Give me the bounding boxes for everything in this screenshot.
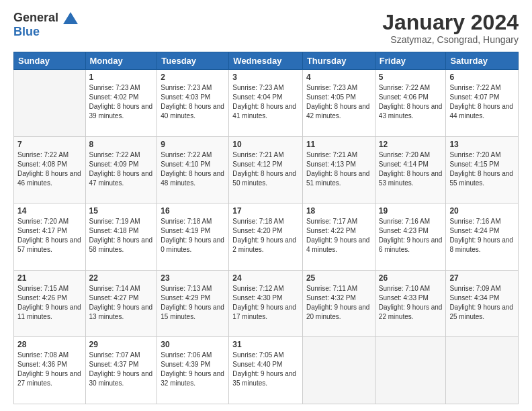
logo-general: General	[13, 11, 58, 24]
day-cell: 23Sunrise: 7:13 AMSunset: 4:29 PMDayligh…	[157, 270, 229, 337]
day-info: Sunrise: 7:18 AMSunset: 4:20 PMDaylight:…	[232, 217, 299, 255]
day-cell: 21Sunrise: 7:15 AMSunset: 4:26 PMDayligh…	[14, 270, 86, 337]
day-info: Sunrise: 7:23 AMSunset: 4:04 PMDaylight:…	[232, 83, 299, 121]
svg-marker-0	[63, 12, 78, 24]
day-number: 29	[89, 340, 154, 349]
day-number: 18	[306, 206, 371, 216]
day-info: Sunrise: 7:23 AMSunset: 4:02 PMDaylight:…	[89, 83, 154, 121]
day-cell	[302, 337, 375, 404]
day-number: 30	[161, 340, 225, 349]
day-number: 20	[449, 206, 515, 216]
week-row-5: 28Sunrise: 7:08 AMSunset: 4:36 PMDayligh…	[14, 337, 519, 404]
day-info: Sunrise: 7:08 AMSunset: 4:36 PMDaylight:…	[17, 351, 82, 388]
day-cell: 26Sunrise: 7:10 AMSunset: 4:33 PMDayligh…	[375, 270, 446, 337]
day-number: 1	[89, 73, 154, 82]
day-number: 16	[161, 206, 225, 216]
day-info: Sunrise: 7:10 AMSunset: 4:33 PMDaylight:…	[379, 284, 443, 322]
day-cell: 27Sunrise: 7:09 AMSunset: 4:34 PMDayligh…	[446, 270, 519, 337]
day-number: 25	[306, 273, 371, 283]
day-cell	[14, 70, 86, 137]
day-cell: 7Sunrise: 7:22 AMSunset: 4:08 PMDaylight…	[14, 136, 86, 203]
week-row-4: 21Sunrise: 7:15 AMSunset: 4:26 PMDayligh…	[14, 270, 519, 337]
day-info: Sunrise: 7:16 AMSunset: 4:23 PMDaylight:…	[379, 217, 443, 255]
day-number: 8	[89, 140, 154, 149]
day-number: 4	[306, 73, 371, 82]
day-info: Sunrise: 7:21 AMSunset: 4:13 PMDaylight:…	[306, 150, 371, 188]
day-number: 6	[449, 73, 515, 82]
week-row-3: 14Sunrise: 7:20 AMSunset: 4:17 PMDayligh…	[14, 203, 519, 271]
day-info: Sunrise: 7:22 AMSunset: 4:08 PMDaylight:…	[17, 150, 82, 188]
day-info: Sunrise: 7:05 AMSunset: 4:40 PMDaylight:…	[232, 351, 299, 388]
day-info: Sunrise: 7:20 AMSunset: 4:14 PMDaylight:…	[379, 150, 443, 188]
day-info: Sunrise: 7:16 AMSunset: 4:24 PMDaylight:…	[449, 217, 515, 255]
day-number: 12	[379, 140, 443, 149]
day-cell: 12Sunrise: 7:20 AMSunset: 4:14 PMDayligh…	[375, 136, 446, 203]
day-cell: 8Sunrise: 7:22 AMSunset: 4:09 PMDaylight…	[85, 136, 157, 203]
day-number: 21	[17, 273, 82, 283]
day-cell: 2Sunrise: 7:23 AMSunset: 4:03 PMDaylight…	[157, 70, 229, 137]
day-number: 14	[17, 206, 82, 216]
day-info: Sunrise: 7:21 AMSunset: 4:12 PMDaylight:…	[232, 150, 299, 188]
day-info: Sunrise: 7:17 AMSunset: 4:22 PMDaylight:…	[306, 217, 371, 255]
day-cell: 11Sunrise: 7:21 AMSunset: 4:13 PMDayligh…	[302, 136, 375, 203]
day-number: 27	[449, 273, 515, 283]
day-number: 10	[232, 140, 299, 149]
day-number: 24	[232, 273, 299, 283]
day-number: 19	[379, 206, 443, 216]
day-info: Sunrise: 7:23 AMSunset: 4:03 PMDaylight:…	[161, 83, 225, 121]
weekday-header-saturday: Saturday	[446, 52, 519, 70]
day-cell: 25Sunrise: 7:11 AMSunset: 4:32 PMDayligh…	[302, 270, 375, 337]
day-info: Sunrise: 7:18 AMSunset: 4:19 PMDaylight:…	[161, 217, 225, 255]
day-number: 15	[89, 206, 154, 216]
day-number: 5	[379, 73, 443, 82]
day-info: Sunrise: 7:12 AMSunset: 4:30 PMDaylight:…	[232, 284, 299, 322]
day-info: Sunrise: 7:20 AMSunset: 4:15 PMDaylight:…	[449, 150, 515, 188]
weekday-header-row: SundayMondayTuesdayWednesdayThursdayFrid…	[14, 52, 519, 70]
day-info: Sunrise: 7:22 AMSunset: 4:06 PMDaylight:…	[379, 83, 443, 121]
calendar-table: SundayMondayTuesdayWednesdayThursdayFrid…	[13, 52, 519, 404]
day-info: Sunrise: 7:14 AMSunset: 4:27 PMDaylight:…	[89, 284, 154, 322]
day-info: Sunrise: 7:19 AMSunset: 4:18 PMDaylight:…	[89, 217, 154, 255]
page: General Blue January 2024 Szatymaz, Cson…	[0, 0, 532, 411]
day-cell: 24Sunrise: 7:12 AMSunset: 4:30 PMDayligh…	[229, 270, 303, 337]
title-block: January 2024 Szatymaz, Csongrad, Hungary	[382, 11, 519, 45]
day-cell: 30Sunrise: 7:06 AMSunset: 4:39 PMDayligh…	[157, 337, 229, 404]
logo-icon	[63, 12, 78, 24]
day-cell: 18Sunrise: 7:17 AMSunset: 4:22 PMDayligh…	[302, 203, 375, 271]
header: General Blue January 2024 Szatymaz, Cson…	[13, 11, 519, 45]
day-number: 11	[306, 140, 371, 149]
day-info: Sunrise: 7:09 AMSunset: 4:34 PMDaylight:…	[449, 284, 515, 322]
day-cell: 5Sunrise: 7:22 AMSunset: 4:06 PMDaylight…	[375, 70, 446, 137]
day-cell: 22Sunrise: 7:14 AMSunset: 4:27 PMDayligh…	[85, 270, 157, 337]
day-info: Sunrise: 7:23 AMSunset: 4:05 PMDaylight:…	[306, 83, 371, 121]
day-number: 31	[232, 340, 299, 349]
weekday-header-thursday: Thursday	[302, 52, 375, 70]
location-subtitle: Szatymaz, Csongrad, Hungary	[382, 34, 519, 45]
weekday-header-friday: Friday	[375, 52, 446, 70]
day-info: Sunrise: 7:13 AMSunset: 4:29 PMDaylight:…	[161, 284, 225, 322]
week-row-1: 1Sunrise: 7:23 AMSunset: 4:02 PMDaylight…	[14, 70, 519, 137]
month-title: January 2024	[382, 11, 519, 34]
day-number: 22	[89, 273, 154, 283]
weekday-header-sunday: Sunday	[14, 52, 86, 70]
day-info: Sunrise: 7:22 AMSunset: 4:09 PMDaylight:…	[89, 150, 154, 188]
day-cell: 15Sunrise: 7:19 AMSunset: 4:18 PMDayligh…	[85, 203, 157, 271]
logo-blue: Blue	[13, 25, 78, 39]
day-number: 9	[161, 140, 225, 149]
day-info: Sunrise: 7:15 AMSunset: 4:26 PMDaylight:…	[17, 284, 82, 322]
day-info: Sunrise: 7:06 AMSunset: 4:39 PMDaylight:…	[161, 351, 225, 388]
logo: General Blue	[13, 11, 78, 38]
day-number: 23	[161, 273, 225, 283]
day-cell: 13Sunrise: 7:20 AMSunset: 4:15 PMDayligh…	[446, 136, 519, 203]
day-cell: 20Sunrise: 7:16 AMSunset: 4:24 PMDayligh…	[446, 203, 519, 271]
day-cell: 19Sunrise: 7:16 AMSunset: 4:23 PMDayligh…	[375, 203, 446, 271]
day-info: Sunrise: 7:07 AMSunset: 4:37 PMDaylight:…	[89, 351, 154, 388]
day-cell: 10Sunrise: 7:21 AMSunset: 4:12 PMDayligh…	[229, 136, 303, 203]
day-number: 28	[17, 340, 82, 349]
day-number: 7	[17, 140, 82, 149]
day-cell: 31Sunrise: 7:05 AMSunset: 4:40 PMDayligh…	[229, 337, 303, 404]
day-number: 26	[379, 273, 443, 283]
weekday-header-tuesday: Tuesday	[157, 52, 229, 70]
day-cell: 29Sunrise: 7:07 AMSunset: 4:37 PMDayligh…	[85, 337, 157, 404]
day-cell: 28Sunrise: 7:08 AMSunset: 4:36 PMDayligh…	[14, 337, 86, 404]
